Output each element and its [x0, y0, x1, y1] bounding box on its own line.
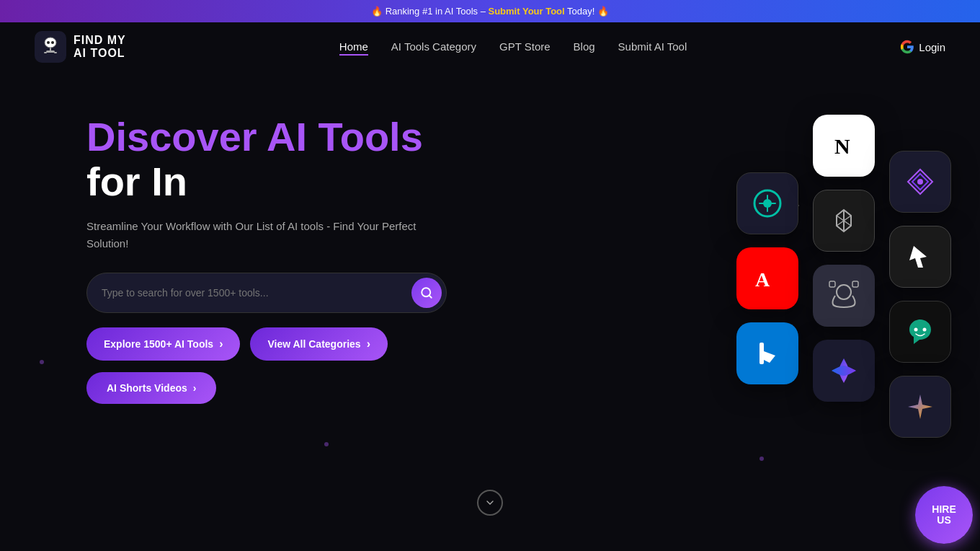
svg-text:N: N — [834, 134, 850, 158]
explore-button[interactable]: Explore 1500+ AI Tools › — [86, 327, 240, 361]
hire-us-line1: HIRE — [932, 504, 956, 515]
adobe-icon: A — [736, 247, 798, 309]
spark-icon — [889, 376, 951, 438]
scroll-down-button[interactable] — [477, 490, 503, 516]
navbar: FIND MY AI TOOL Home AI Tools Category G… — [0, 22, 980, 71]
svg-rect-21 — [852, 281, 858, 287]
icons-col-1: A — [736, 172, 798, 438]
deco-dot-3 — [324, 442, 329, 446]
svg-point-2 — [47, 41, 50, 44]
characterai-icon — [813, 265, 875, 327]
shorts-button[interactable]: AI Shorts Videos › — [86, 372, 216, 404]
banner-text-before: 🔥 Ranking #1 in AI Tools – — [371, 6, 486, 17]
banner-link[interactable]: Submit Your Tool — [489, 6, 565, 17]
nav-blog[interactable]: Blog — [574, 40, 595, 53]
nav-submit-ai-tool[interactable]: Submit AI Tool — [618, 40, 687, 53]
svg-point-11 — [763, 199, 772, 208]
hero-icons-grid: A N — [736, 115, 951, 438]
svg-point-1 — [45, 38, 56, 48]
logo-line2: AI TOOL — [74, 47, 126, 60]
svg-line-9 — [429, 296, 431, 298]
hire-us-line2: US — [932, 515, 956, 526]
svg-point-19 — [837, 285, 851, 299]
icons-col-3 — [889, 151, 951, 438]
svg-rect-6 — [44, 52, 47, 53]
cursor-icon — [889, 226, 951, 288]
search-input[interactable] — [102, 287, 411, 299]
categories-button[interactable]: View All Categories › — [250, 327, 388, 361]
svg-rect-13 — [760, 343, 764, 364]
svg-point-3 — [51, 41, 54, 44]
nav-home[interactable]: Home — [339, 40, 368, 56]
svg-point-25 — [914, 328, 918, 332]
dashscope-icon — [889, 151, 951, 213]
logo-icon — [35, 31, 66, 63]
logo-line1: FIND MY — [74, 34, 126, 47]
svg-point-26 — [923, 328, 927, 332]
bing-icon — [736, 322, 798, 384]
deco-dot-2 — [40, 360, 44, 364]
top-banner: 🔥 Ranking #1 in AI Tools – Submit Your T… — [0, 0, 980, 22]
nav-links: Home AI Tools Category GPT Store Blog Su… — [339, 40, 687, 53]
perplexity-icon — [813, 190, 875, 252]
nav-ai-tools-category[interactable]: AI Tools Category — [391, 40, 476, 53]
google-icon — [900, 40, 914, 54]
banner-text-after: Today! 🔥 — [567, 6, 609, 17]
search-bar — [86, 273, 447, 313]
chevron-right-icon-2: › — [367, 338, 370, 351]
hero-section: + Discover AI Tools for In Streamline Yo… — [0, 71, 980, 533]
svg-rect-7 — [54, 52, 57, 53]
sourcegraph-icon — [736, 172, 798, 234]
login-button[interactable]: Login — [900, 40, 945, 54]
svg-text:A: A — [755, 268, 770, 291]
chevron-right-icon-3: › — [193, 382, 197, 394]
notion-icon: N — [813, 115, 875, 177]
svg-rect-5 — [46, 50, 55, 53]
deco-dot-4 — [760, 457, 764, 461]
hire-us-button[interactable]: HIRE US — [915, 486, 973, 544]
login-label: Login — [919, 41, 945, 53]
search-button[interactable] — [411, 278, 442, 308]
logo[interactable]: FIND MY AI TOOL — [35, 31, 126, 63]
nav-gpt-store[interactable]: GPT Store — [499, 40, 551, 53]
svg-point-24 — [917, 179, 923, 185]
chatgpt-icon — [889, 301, 951, 363]
icons-col-2: N — [813, 115, 875, 438]
svg-rect-20 — [829, 281, 835, 287]
gemini-icon — [813, 340, 875, 402]
hero-subtitle: Streamline Your Workflow with Our List o… — [86, 218, 432, 252]
chevron-right-icon: › — [219, 338, 223, 351]
